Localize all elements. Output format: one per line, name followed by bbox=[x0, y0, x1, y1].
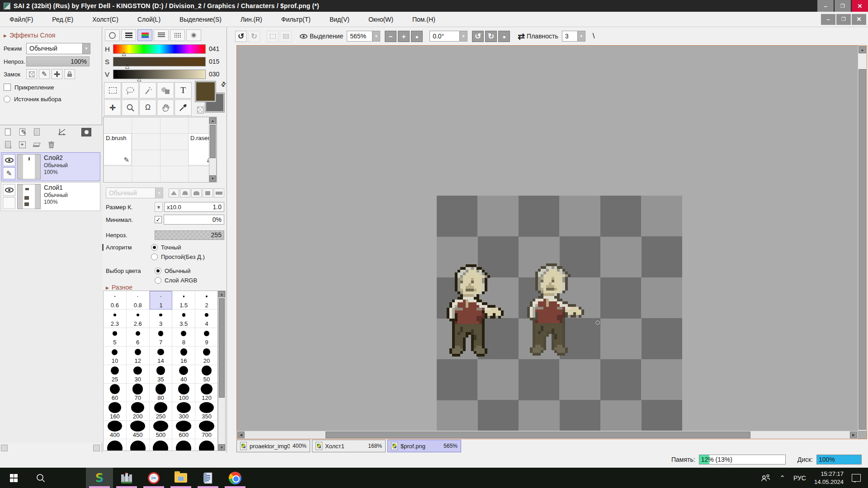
new-layer-button[interactable] bbox=[16, 127, 28, 137]
menu-item[interactable]: Лин.(R) bbox=[231, 16, 272, 23]
panel-scroll-right-button[interactable] bbox=[93, 445, 100, 451]
scrollbar-thumb[interactable] bbox=[859, 69, 866, 430]
brush-size-cell[interactable]: 25 bbox=[104, 365, 127, 384]
lock-paint-button[interactable] bbox=[39, 69, 50, 79]
palette-grid-button[interactable] bbox=[170, 29, 185, 41]
brush-dbrush[interactable]: D.brush bbox=[104, 133, 132, 165]
redo-button[interactable] bbox=[248, 31, 260, 42]
brush-size-cell[interactable]: 500 bbox=[150, 421, 173, 439]
brush-size-cell[interactable]: 2.3 bbox=[104, 310, 127, 328]
doc-restore-button[interactable] bbox=[836, 14, 851, 25]
scroll-down-icon[interactable]: ▼ bbox=[209, 175, 216, 182]
brush-size-cell[interactable]: 2 bbox=[195, 291, 218, 310]
brush-size-cell[interactable]: 35 bbox=[150, 365, 173, 384]
people-icon[interactable] bbox=[760, 474, 771, 482]
menu-item[interactable]: Слой(L) bbox=[128, 16, 170, 23]
brush-shape-flat-button[interactable] bbox=[214, 188, 224, 197]
brush-size-cell[interactable]: 200 bbox=[127, 402, 150, 421]
marquee-tool-button[interactable] bbox=[104, 82, 121, 99]
brush-size-cell[interactable]: 60 bbox=[104, 384, 127, 402]
menu-item[interactable]: Холст(C) bbox=[83, 16, 128, 23]
foreground-color-swatch[interactable] bbox=[195, 81, 216, 102]
scroll-right-icon[interactable]: ▶ bbox=[850, 432, 857, 438]
taskbar-search-button[interactable] bbox=[27, 468, 54, 488]
lock-all-button[interactable] bbox=[64, 69, 75, 79]
radio-icon[interactable] bbox=[155, 267, 161, 274]
text-tool-button[interactable] bbox=[175, 82, 192, 99]
brush-grid-scrollbar[interactable]: ▲ ▼ bbox=[209, 117, 217, 182]
action-center-icon[interactable] bbox=[852, 474, 861, 482]
vertical-scrollbar[interactable]: ▲ bbox=[858, 46, 867, 431]
transparent-color-chip[interactable] bbox=[197, 107, 204, 113]
smoothing-select[interactable]: 3 bbox=[562, 31, 585, 42]
layer-edit-button[interactable] bbox=[3, 197, 15, 209]
new-canvas-button[interactable] bbox=[2, 127, 14, 137]
hue-slider[interactable]: △ bbox=[113, 44, 206, 54]
taskbar-clock[interactable]: 15:27:17 14.05.2024 bbox=[814, 470, 844, 486]
perspective-ruler-button[interactable] bbox=[56, 127, 68, 137]
brush-opacity-slider[interactable]: 255 bbox=[155, 230, 224, 240]
brush-size-cell[interactable]: 12 bbox=[127, 347, 150, 365]
brush-size-cell[interactable]: 0.8 bbox=[127, 291, 150, 310]
brush-size-cell[interactable]: 16 bbox=[172, 347, 195, 365]
chevron-down-icon[interactable] bbox=[577, 31, 585, 41]
brush-size-cell[interactable]: 9 bbox=[195, 328, 218, 347]
brush-size-cell[interactable]: 8 bbox=[172, 328, 195, 347]
delete-layer-button[interactable] bbox=[45, 139, 57, 150]
transfer-down-button[interactable]: ↓ bbox=[2, 139, 14, 150]
layer-visibility-button[interactable] bbox=[3, 184, 15, 196]
eyedropper-button[interactable] bbox=[175, 99, 192, 116]
layer-visibility-button[interactable] bbox=[3, 154, 15, 166]
flip-horizontal-icon[interactable] bbox=[518, 31, 525, 42]
layer-row-1[interactable]: Слой1 Обычный 100% bbox=[1, 182, 100, 211]
brush-size-field[interactable]: x10.0 1.0 bbox=[164, 202, 224, 212]
brush-shape-round-button[interactable] bbox=[180, 188, 190, 197]
color-bars-button[interactable] bbox=[121, 29, 136, 41]
undo-button[interactable] bbox=[235, 31, 247, 42]
brush-size-cell[interactable]: 70 bbox=[127, 384, 150, 402]
color-wheel-button[interactable] bbox=[105, 29, 120, 41]
brush-size-cell[interactable] bbox=[172, 439, 195, 451]
misc-section-header[interactable]: Разное bbox=[106, 284, 132, 291]
layer-mask-button[interactable] bbox=[80, 127, 92, 137]
invert-selection-button[interactable] bbox=[280, 31, 292, 42]
canvas-viewport[interactable]: ▲ ◀ ▶ bbox=[236, 45, 867, 439]
menu-item[interactable]: Пом.(H) bbox=[403, 16, 445, 23]
close-button[interactable] bbox=[852, 0, 868, 12]
layer-edit-button[interactable] bbox=[3, 167, 15, 179]
brush-size-cell[interactable]: 10 bbox=[104, 347, 127, 365]
taskbar-chrome-app[interactable] bbox=[222, 468, 249, 488]
taskbar-sai-app[interactable]: S bbox=[86, 468, 113, 488]
size-grid-scrollbar[interactable]: ▲ ▼ bbox=[218, 291, 226, 451]
brush-size-cell[interactable] bbox=[150, 439, 173, 451]
brush-size-cell[interactable]: 250 bbox=[150, 402, 173, 421]
horizontal-scrollbar[interactable]: ◀ ▶ bbox=[237, 431, 858, 439]
copy-layer-button[interactable]: + bbox=[16, 139, 28, 150]
brush-size-cell[interactable]: 350 bbox=[195, 402, 218, 421]
color-pick-option-normal[interactable]: Обычный bbox=[155, 267, 197, 274]
layer-effects-header[interactable]: Эффекты Слоя bbox=[4, 32, 55, 39]
brush-size-cell[interactable] bbox=[195, 439, 218, 451]
deselect-button[interactable] bbox=[267, 31, 278, 42]
hand-tool-button[interactable] bbox=[157, 99, 174, 116]
doc-close-button[interactable] bbox=[852, 14, 866, 25]
brush-size-cell[interactable]: 40 bbox=[172, 365, 195, 384]
panel-scroll-left-button[interactable] bbox=[1, 445, 8, 451]
pin-checkbox[interactable] bbox=[4, 84, 11, 91]
brush-shape-square-button[interactable] bbox=[203, 188, 213, 197]
hue-marker-icon[interactable]: △ bbox=[122, 50, 126, 56]
layer-row-2[interactable]: Слой2 Обычный 100% bbox=[1, 152, 100, 181]
chevron-down-icon[interactable] bbox=[82, 43, 90, 54]
menu-item[interactable]: Фильтр(T) bbox=[272, 16, 320, 23]
menu-item[interactable]: Файл(F) bbox=[0, 16, 42, 23]
rotate-ccw-button[interactable] bbox=[472, 31, 484, 42]
restore-button[interactable] bbox=[835, 0, 851, 12]
rotation-angle-select[interactable]: 0.0° bbox=[429, 31, 467, 42]
value-slider[interactable]: △ bbox=[113, 70, 206, 79]
brush-size-cell[interactable]: 100 bbox=[172, 384, 195, 402]
size-unit-dropdown[interactable] bbox=[155, 202, 163, 212]
layer-mode-select[interactable]: Обычный bbox=[26, 43, 90, 54]
saturation-marker-icon[interactable]: △ bbox=[125, 63, 129, 69]
zoom-in-button[interactable] bbox=[398, 31, 410, 42]
tray-expand-icon[interactable] bbox=[779, 474, 785, 482]
